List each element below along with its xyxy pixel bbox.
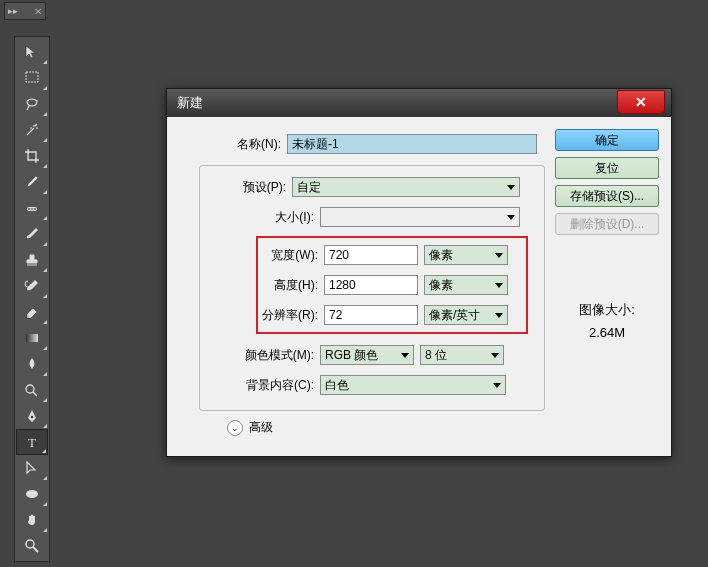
chevron-down-icon <box>493 383 501 388</box>
svg-text:T: T <box>28 435 36 450</box>
image-size-value: 2.64M <box>555 325 659 340</box>
svg-point-3 <box>31 208 33 210</box>
save-preset-button[interactable]: 存储预设(S)... <box>555 185 659 207</box>
eraser-tool[interactable] <box>16 299 48 325</box>
name-label: 名称(N): <box>179 136 287 153</box>
ok-button[interactable]: 确定 <box>555 129 659 151</box>
shape-tool[interactable] <box>16 481 48 507</box>
bgcontent-dropdown[interactable]: 白色 <box>320 375 506 395</box>
svg-point-6 <box>26 385 34 393</box>
image-size-label: 图像大小: <box>555 301 659 319</box>
spot-heal-tool[interactable] <box>16 195 48 221</box>
colordepth-dropdown[interactable]: 8 位 <box>420 345 504 365</box>
chevron-down-icon <box>507 215 515 220</box>
close-icon[interactable]: ✕ <box>34 6 42 17</box>
preset-fieldset: 预设(P): 自定 大小(I): 宽度(W): 像素 高度(H): <box>199 165 545 411</box>
svg-rect-5 <box>26 334 38 342</box>
bgcontent-label: 背景内容(C): <box>232 377 320 394</box>
preset-dropdown[interactable]: 自定 <box>292 177 520 197</box>
stamp-tool[interactable] <box>16 247 48 273</box>
move-tool[interactable] <box>16 39 48 65</box>
chevron-down-icon <box>491 353 499 358</box>
width-unit-dropdown[interactable]: 像素 <box>424 245 508 265</box>
brush-tool[interactable] <box>16 221 48 247</box>
resolution-label: 分辨率(R): <box>262 307 324 324</box>
svg-rect-0 <box>26 72 38 82</box>
tools-toolbar: T <box>14 36 50 562</box>
preset-label: 预设(P): <box>206 179 292 196</box>
size-label: 大小(I): <box>206 209 320 226</box>
chevron-down-icon <box>495 253 503 258</box>
zoom-tool[interactable] <box>16 533 48 559</box>
pen-tool[interactable] <box>16 403 48 429</box>
path-select-tool[interactable] <box>16 455 48 481</box>
svg-point-4 <box>34 208 36 210</box>
panel-collapse-header[interactable]: ▸▸ ✕ <box>4 2 46 20</box>
reset-button[interactable]: 复位 <box>555 157 659 179</box>
name-input[interactable] <box>287 134 537 154</box>
expand-icon: ▸▸ <box>8 6 18 16</box>
svg-point-10 <box>26 540 34 548</box>
svg-point-9 <box>26 490 38 498</box>
height-unit-dropdown[interactable]: 像素 <box>424 275 508 295</box>
svg-point-2 <box>28 208 30 210</box>
advanced-toggle[interactable]: ⌄ <box>227 420 243 436</box>
hand-tool[interactable] <box>16 507 48 533</box>
chevron-down-icon <box>495 313 503 318</box>
size-dropdown[interactable] <box>320 207 520 227</box>
eyedropper-tool[interactable] <box>16 169 48 195</box>
lasso-tool[interactable] <box>16 91 48 117</box>
crop-tool[interactable] <box>16 143 48 169</box>
colormode-dropdown[interactable]: RGB 颜色 <box>320 345 414 365</box>
history-brush-tool[interactable] <box>16 273 48 299</box>
marquee-tool[interactable] <box>16 65 48 91</box>
height-label: 高度(H): <box>262 277 324 294</box>
blur-tool[interactable] <box>16 351 48 377</box>
type-tool[interactable]: T <box>16 429 48 455</box>
colormode-label: 颜色模式(M): <box>232 347 320 364</box>
width-label: 宽度(W): <box>262 247 324 264</box>
dodge-tool[interactable] <box>16 377 48 403</box>
close-x-icon: ✕ <box>635 94 647 110</box>
dialog-title: 新建 <box>177 94 203 112</box>
chevron-down-icon <box>495 283 503 288</box>
dialog-titlebar[interactable]: 新建 ✕ <box>167 89 671 117</box>
delete-preset-button: 删除预设(D)... <box>555 213 659 235</box>
dialog-close-button[interactable]: ✕ <box>617 90 665 114</box>
advanced-label: 高级 <box>249 419 273 436</box>
new-document-dialog: 新建 ✕ 名称(N): 预设(P): 自定 大小(I): 宽度(W): <box>166 88 672 457</box>
width-input[interactable] <box>324 245 418 265</box>
resolution-input[interactable] <box>324 305 418 325</box>
magic-wand-tool[interactable] <box>16 117 48 143</box>
height-input[interactable] <box>324 275 418 295</box>
resolution-unit-dropdown[interactable]: 像素/英寸 <box>424 305 508 325</box>
svg-point-7 <box>31 416 33 418</box>
gradient-tool[interactable] <box>16 325 48 351</box>
dimension-highlight-box: 宽度(W): 像素 高度(H): 像素 分辨率(R): 像素/英寸 <box>256 236 528 334</box>
chevron-down-icon <box>507 185 515 190</box>
chevron-down-icon <box>401 353 409 358</box>
